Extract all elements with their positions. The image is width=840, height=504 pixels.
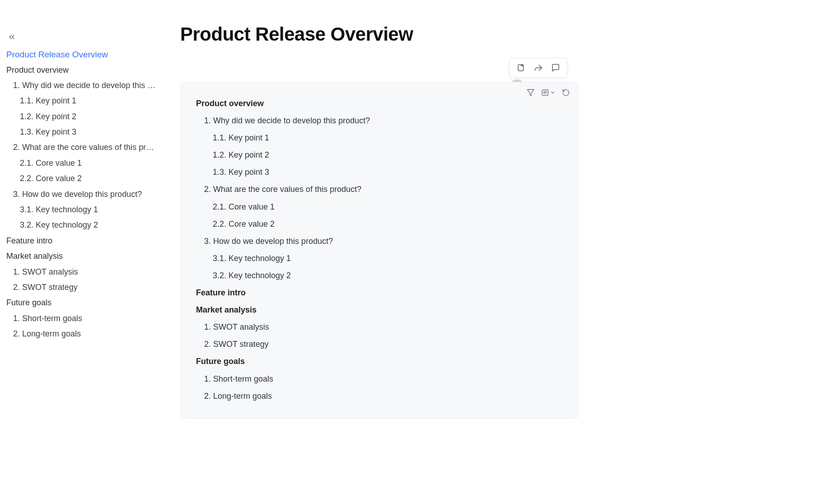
toc-row[interactable]: 1.3. Key point 3	[196, 163, 563, 181]
filter-icon	[527, 89, 535, 97]
toc-row[interactable]: 3.2. Key technology 2	[196, 267, 563, 284]
sidebar-outline-list: Product overview 1. Why did we decide to…	[6, 62, 156, 342]
sidebar-item[interactable]: Product overview	[6, 62, 156, 78]
toc-list: Product overview 1. Why did we decide to…	[196, 95, 563, 405]
toc-refresh-button[interactable]	[562, 89, 570, 97]
toc-row[interactable]: 2. What are the core values of this prod…	[196, 181, 563, 198]
sidebar-item[interactable]: 2.2. Core value 2	[6, 171, 156, 187]
toc-block-tools	[527, 89, 570, 97]
sidebar-item[interactable]: 2. What are the core values of this prod…	[6, 140, 156, 155]
collapse-sidebar-button[interactable]	[6, 32, 17, 42]
sidebar-item[interactable]: 1. Why did we decide to develop this pro…	[6, 78, 156, 93]
sidebar-item[interactable]: 2. SWOT strategy	[6, 280, 156, 295]
page-title: Product Release Overview	[180, 23, 816, 45]
sidebar-doc-title[interactable]: Product Release Overview	[6, 47, 156, 62]
chevron-double-left-icon	[8, 33, 16, 41]
toc-row[interactable]: 2. Long-term goals	[196, 387, 563, 405]
comment-icon	[551, 63, 560, 72]
toc-row[interactable]: 1.1. Key point 1	[196, 129, 563, 146]
svg-rect-11	[542, 90, 548, 95]
toc-row[interactable]: 3.1. Key technology 1	[196, 250, 563, 267]
toc-row[interactable]: 1. Why did we decide to develop this pro…	[196, 112, 563, 129]
toc-row[interactable]: Market analysis	[196, 301, 563, 318]
share-arrow-icon	[534, 63, 543, 72]
sidebar-item[interactable]: Future goals	[6, 295, 156, 311]
sidebar-item[interactable]: 1. Short-term goals	[6, 311, 156, 326]
toc-row[interactable]: 3. How do we develop this product?	[196, 233, 563, 250]
sidebar-item[interactable]: 1.2. Key point 2	[6, 109, 156, 124]
toc-row[interactable]: Future goals	[196, 353, 563, 370]
toc-style-button[interactable]	[541, 89, 555, 97]
ai-button[interactable]	[515, 62, 527, 74]
toc-row[interactable]: 2.2. Core value 2	[196, 215, 563, 233]
sidebar-item[interactable]: 1. SWOT analysis	[6, 264, 156, 280]
document-main: Product Release Overview	[156, 0, 840, 504]
outline-sidebar: Product Release Overview Product overvie…	[0, 0, 156, 504]
svg-marker-10	[527, 89, 534, 96]
sidebar-item[interactable]: 3.1. Key technology 1	[6, 202, 156, 218]
toc-filter-button[interactable]	[527, 89, 535, 97]
sidebar-item[interactable]: 3.2. Key technology 2	[6, 218, 156, 233]
toc-row[interactable]: 1.2. Key point 2	[196, 146, 563, 163]
chevron-down-icon	[550, 90, 555, 95]
ai-sparkle-icon	[517, 63, 526, 72]
toc-row[interactable]: 1. Short-term goals	[196, 370, 563, 387]
sidebar-item[interactable]: 1.3. Key point 3	[6, 125, 156, 140]
sidebar-item[interactable]: Market analysis	[6, 249, 156, 264]
comment-button[interactable]	[550, 62, 561, 74]
toc-row[interactable]: Feature intro	[196, 284, 563, 301]
toc-row[interactable]: 2. SWOT strategy	[196, 336, 563, 353]
block-action-toolbar	[509, 58, 567, 78]
table-of-contents-block[interactable]: Product overview 1. Why did we decide to…	[180, 82, 579, 419]
share-button[interactable]	[532, 62, 544, 74]
toc-row[interactable]: 1. SWOT analysis	[196, 318, 563, 336]
sidebar-item[interactable]: 2.1. Core value 1	[6, 155, 156, 171]
sidebar-item[interactable]: 2. Long-term goals	[6, 327, 156, 342]
sidebar-item[interactable]: Feature intro	[6, 233, 156, 248]
sidebar-item[interactable]: 3. How do we develop this product?	[6, 187, 156, 202]
refresh-icon	[562, 89, 570, 97]
sidebar-item[interactable]: 1.1. Key point 1	[6, 93, 156, 109]
toc-row[interactable]: 2.1. Core value 1	[196, 198, 563, 215]
layout-icon	[541, 89, 549, 97]
toc-row[interactable]: Product overview	[196, 95, 563, 112]
